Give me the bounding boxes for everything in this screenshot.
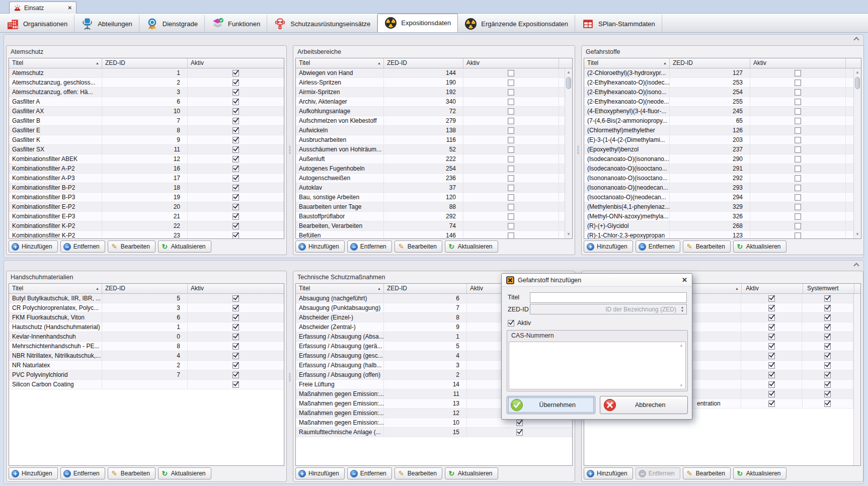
checkbox[interactable] xyxy=(508,156,514,163)
table-row[interactable]: Gasfilter E8 xyxy=(9,126,284,135)
table-row[interactable]: Gasfilter B7 xyxy=(9,116,284,126)
checkbox[interactable] xyxy=(768,372,775,378)
checkbox[interactable] xyxy=(508,70,514,76)
table-row[interactable]: Ausschäumen von Hohlräum...52 xyxy=(296,145,565,154)
checkbox[interactable] xyxy=(824,353,831,359)
column-header-zed-id[interactable]: ZED-ID xyxy=(102,284,188,293)
table-row[interactable]: Außenluft222 xyxy=(296,154,565,164)
table-row[interactable]: Raumlufttechnische Anlage (...15 xyxy=(296,428,572,437)
checkbox[interactable] xyxy=(232,213,239,220)
checkbox[interactable] xyxy=(508,89,514,96)
table-row[interactable]: Hautschutz (Handschuhmaterial)1 xyxy=(9,322,284,332)
add-button[interactable]: +Hinzufügen xyxy=(295,240,345,253)
table-row[interactable]: FKM Fluorkautschuk, Viton6 xyxy=(9,313,284,322)
remove-button[interactable]: −Entfernen xyxy=(636,240,680,253)
zed-id-spinner[interactable]: ▲▼ xyxy=(679,304,686,314)
table-row[interactable]: (Methyl-ONN-azoxy)methyla...326 xyxy=(584,212,853,221)
vertical-scrollbar[interactable]: ▲▼ xyxy=(853,68,861,238)
checkbox[interactable] xyxy=(232,118,239,124)
add-button[interactable]: +Hinzufügen xyxy=(295,467,345,479)
checkbox[interactable] xyxy=(232,137,239,143)
checkbox[interactable] xyxy=(508,204,514,210)
table-row[interactable]: (2-Ethylhexanoato-O)(isodec...253 xyxy=(584,78,853,88)
tab-ergaenzende-expositionsdaten[interactable]: Ergänzende Expositionsdaten xyxy=(458,15,575,32)
spinner-up-icon[interactable]: ▲ xyxy=(679,306,686,309)
remove-button[interactable]: −Entfernen xyxy=(347,240,392,253)
checkbox[interactable] xyxy=(824,295,831,302)
checkbox[interactable] xyxy=(824,314,831,321)
column-header-titel[interactable]: Titel▲ xyxy=(296,284,384,293)
table-row[interactable]: (Epoxyethyl)benzol237 xyxy=(584,145,853,154)
checkbox[interactable] xyxy=(768,295,775,302)
tab-splan-stammdaten[interactable]: SPlan-Stammdaten xyxy=(575,15,662,32)
table-row[interactable]: Autoklav37 xyxy=(296,183,565,193)
table-row[interactable]: Kombinationsfilter ABEK12 xyxy=(9,154,284,164)
titel-input[interactable] xyxy=(530,292,687,303)
checkbox[interactable] xyxy=(508,127,514,134)
scroll-down-icon[interactable]: ▼ xyxy=(565,231,572,238)
checkbox[interactable] xyxy=(795,213,801,220)
table-row[interactable]: Gasfilter SX11 xyxy=(9,145,284,154)
table-row[interactable]: NBR Nitrillatex, Nitrilkautschuk,...4 xyxy=(9,351,284,361)
column-header-zed-id[interactable]: ZED-ID xyxy=(670,58,750,68)
checkbox[interactable] xyxy=(232,99,239,105)
column-header-zed-id[interactable]: ZED-ID xyxy=(102,58,188,68)
checkbox[interactable] xyxy=(232,194,239,201)
remove-button[interactable]: −Entfernen xyxy=(347,467,392,479)
table-row[interactable]: Bauarbeiten unter Tage88 xyxy=(296,202,565,212)
tab-dienstgrade[interactable]: Dienstgrade xyxy=(139,15,205,32)
checkbox[interactable] xyxy=(508,118,514,124)
refresh-button[interactable]: ↻Aktualisieren xyxy=(445,240,498,253)
collapse-chevron-icon[interactable] xyxy=(853,263,859,268)
doc-tab-einsatz[interactable]: Einsatz ✕ xyxy=(9,2,76,14)
column-header-titel[interactable]: Titel▲ xyxy=(584,58,670,68)
table-row[interactable]: (7-(4,6-Bis(2-ammoniopropy...65 xyxy=(584,116,853,126)
scroll-up-icon[interactable]: ▲ xyxy=(565,69,572,76)
table-row[interactable]: (Methylenbis(4,1-phenylenaz...329 xyxy=(584,202,853,212)
checkbox[interactable] xyxy=(508,146,514,153)
tab-schutzausruestungseinsaetze[interactable]: Schutzausrüstungseinsätze xyxy=(267,15,377,32)
table-row[interactable]: Silicon Carbon Coating xyxy=(9,380,284,389)
table-row[interactable]: Gasfilter K9 xyxy=(9,135,284,145)
refresh-button[interactable]: ↻Aktualisieren xyxy=(158,240,211,253)
dialog-titlebar[interactable]: Gefahrstoff hinzufügen ✕ xyxy=(502,274,692,287)
tab-abteilungen[interactable]: Abteilungen xyxy=(74,15,139,32)
checkbox[interactable] xyxy=(795,137,801,143)
splitter-grip[interactable] xyxy=(289,373,291,381)
checkbox[interactable] xyxy=(824,391,831,397)
checkbox[interactable] xyxy=(795,185,801,191)
checkbox[interactable] xyxy=(824,400,831,407)
apply-button[interactable]: Übernehmen xyxy=(507,396,595,414)
table-row[interactable]: (Isononanoato-O)(neodecan...293 xyxy=(584,183,853,193)
checkbox[interactable] xyxy=(768,343,775,350)
checkbox[interactable] xyxy=(232,314,239,321)
checkbox[interactable] xyxy=(232,185,239,191)
checkbox[interactable] xyxy=(795,127,801,134)
checkbox[interactable] xyxy=(232,232,239,239)
checkbox[interactable] xyxy=(768,381,775,388)
column-header-aktiv[interactable]: Aktiv xyxy=(463,58,559,68)
splitter-grip[interactable] xyxy=(577,146,579,154)
table-row[interactable]: (Isodecanoato-O)(isononano...290 xyxy=(584,154,853,164)
checkbox[interactable] xyxy=(824,324,831,331)
checkbox[interactable] xyxy=(824,381,831,388)
refresh-button[interactable]: ↻Aktualisieren xyxy=(733,467,786,479)
checkbox[interactable] xyxy=(516,420,523,426)
checkbox[interactable] xyxy=(824,334,831,340)
checkbox[interactable] xyxy=(232,146,239,153)
checkbox[interactable] xyxy=(795,118,801,124)
checkbox[interactable] xyxy=(232,305,239,311)
checkbox[interactable] xyxy=(232,381,239,388)
column-header-aktiv[interactable]: Aktiv xyxy=(188,58,284,68)
table-row[interactable]: (2-Chloroethyl)(3-hydroxypr...127 xyxy=(584,68,853,78)
table-row[interactable]: Airmix-Spritzen192 xyxy=(296,88,565,97)
table-row[interactable]: Aufschmelzen von Klebestoff279 xyxy=(296,116,565,126)
checkbox[interactable] xyxy=(768,362,775,369)
tab-expositionsdaten[interactable]: Expositionsdaten xyxy=(377,14,458,32)
table-row[interactable]: (Isooctanoato-O)(neodecan...294 xyxy=(584,193,853,202)
scroll-up-icon[interactable]: ▲ xyxy=(854,69,861,76)
checkbox[interactable] xyxy=(508,99,514,105)
column-header-titel[interactable]: Titel▲ xyxy=(9,58,102,68)
checkbox[interactable] xyxy=(795,99,801,105)
checkbox[interactable] xyxy=(795,194,801,201)
